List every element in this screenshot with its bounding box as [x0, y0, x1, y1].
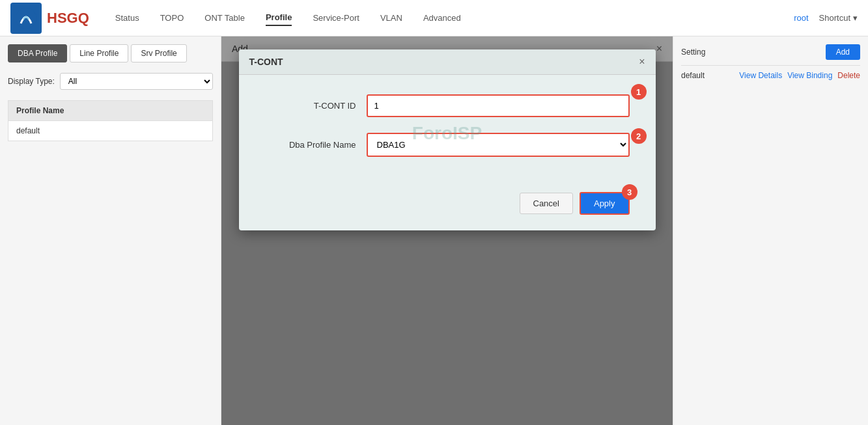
tcont-modal: T-CONT × ForoISP 1 T-CONT ID 2 — [239, 49, 656, 230]
display-type-select[interactable]: All — [60, 73, 213, 90]
step-badge-3: 3 — [622, 184, 637, 200]
chevron-down-icon: ▾ — [853, 13, 858, 23]
step-badge-1: 1 — [631, 84, 647, 100]
profile-table-row: default — [8, 121, 213, 141]
shortcut-label: Shortcut — [819, 13, 850, 23]
tcont-id-label: T-CONT ID — [265, 101, 356, 111]
tab-srv-profile[interactable]: Srv Profile — [131, 44, 186, 62]
tab-dba-profile[interactable]: DBA Profile — [8, 44, 67, 62]
right-add-button[interactable]: Add — [826, 44, 860, 60]
tcont-modal-header: T-CONT × — [239, 49, 656, 75]
dba-profile-label: Dba Profile Name — [265, 140, 356, 150]
nav-user[interactable]: root — [794, 13, 808, 23]
step-badge-2: 2 — [631, 128, 647, 144]
logo-text: HSGQ — [47, 10, 89, 27]
view-binding-link[interactable]: View Binding — [787, 71, 832, 80]
nav-topo[interactable]: TOPO — [160, 10, 184, 25]
nav-status[interactable]: Status — [115, 10, 139, 25]
nav-shortcut[interactable]: Shortcut ▾ — [819, 13, 858, 23]
right-panel: Setting Add default View Details View Bi… — [673, 36, 868, 425]
apply-button[interactable]: Apply — [580, 192, 630, 215]
nav-advanced[interactable]: Advanced — [423, 10, 461, 25]
nav-right: root Shortcut ▾ — [794, 13, 858, 23]
tcont-modal-footer: Cancel 3 Apply — [239, 192, 656, 230]
tab-line-profile[interactable]: Line Profile — [70, 44, 128, 62]
tcont-modal-close-icon[interactable]: × — [639, 56, 645, 68]
right-panel-row: default View Details View Binding Delete — [681, 65, 860, 85]
top-navigation: HSGQ Status TOPO ONT Table Profile Servi… — [0, 0, 868, 36]
right-row-links: View Details View Binding Delete — [739, 71, 860, 80]
profile-table-header: Profile Name — [8, 100, 213, 121]
dba-profile-row: Dba Profile Name DBA1G — [265, 133, 630, 157]
sidebar: DBA Profile Line Profile Srv Profile Dis… — [0, 36, 221, 425]
right-row-label: default — [681, 71, 705, 80]
tcont-id-row: T-CONT ID — [265, 94, 630, 117]
cancel-button[interactable]: Cancel — [520, 193, 573, 214]
logo-icon — [10, 3, 42, 34]
nav-service-port[interactable]: Service-Port — [313, 10, 359, 25]
tcont-id-input[interactable] — [367, 94, 630, 117]
modal-overlay: T-CONT × ForoISP 1 T-CONT ID 2 — [221, 36, 673, 425]
svg-point-0 — [16, 8, 36, 29]
main-layout: DBA Profile Line Profile Srv Profile Dis… — [0, 36, 868, 425]
dba-profile-select[interactable]: DBA1G — [367, 133, 630, 157]
nav-profile[interactable]: Profile — [266, 10, 292, 26]
display-type-label: Display Type: — [8, 77, 55, 86]
display-type-row: Display Type: All — [8, 73, 213, 90]
logo-area: HSGQ — [10, 3, 89, 34]
nav-ont-table[interactable]: ONT Table — [204, 10, 245, 25]
delete-link[interactable]: Delete — [837, 71, 860, 80]
tcont-modal-body: ForoISP 1 T-CONT ID 2 Dba Profile Name — [239, 75, 656, 192]
content-area: Add × TR069 management Mode Disable TR06… — [221, 36, 673, 425]
nav-vlan[interactable]: VLAN — [380, 10, 402, 25]
right-panel-header: Setting Add — [681, 44, 860, 60]
tcont-modal-title: T-CONT — [249, 57, 283, 67]
view-details-link[interactable]: View Details — [739, 71, 782, 80]
tab-buttons: DBA Profile Line Profile Srv Profile — [8, 44, 213, 62]
setting-label: Setting — [681, 48, 705, 57]
nav-links: Status TOPO ONT Table Profile Service-Po… — [115, 10, 794, 26]
